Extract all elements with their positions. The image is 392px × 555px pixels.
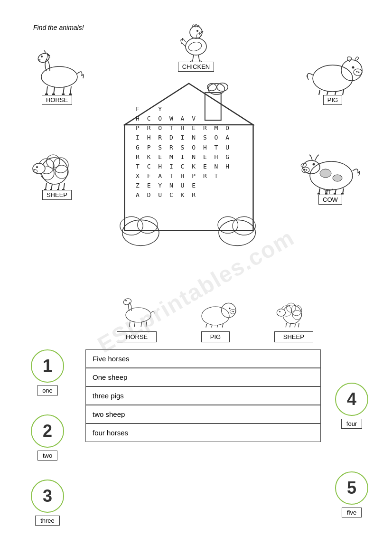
svg-line-96 [206,324,206,328]
svg-point-14 [41,56,43,57]
svg-line-89 [146,321,147,327]
svg-line-97 [212,325,212,328]
number-four-label: four [341,419,362,429]
sentence-row-1: Five horses [85,349,321,368]
svg-point-58 [306,169,308,171]
svg-line-7 [198,55,199,60]
number-5-item: 5 five [335,471,368,517]
number-3-item: 3 three [31,480,64,526]
sentence-row-4: two sheep [85,405,321,423]
bottom-horse-card: HORSE [100,294,174,342]
bottom-sheep-label: SHEEP [274,331,313,342]
svg-point-75 [217,83,228,91]
find-animals-text: Find the animals! [33,24,84,31]
sentence-row-3: three pigs [85,386,321,405]
svg-point-82 [233,216,255,235]
svg-point-31 [36,166,38,168]
chicken-label: CHICKEN [178,62,215,72]
horse-area: HORSE [28,47,85,105]
horse-label: HORSE [42,95,72,105]
svg-line-86 [130,321,130,327]
number-3-circle: 3 [31,480,64,513]
svg-line-63 [319,188,320,194]
svg-line-16 [47,86,47,94]
svg-line-51 [343,90,344,95]
bottom-section: HORSE PIG [9,294,383,555]
svg-point-47 [352,66,355,69]
svg-point-46 [358,72,360,73]
svg-line-17 [54,87,55,94]
bottom-sheep-image [272,294,315,328]
svg-line-36 [58,184,59,189]
sheep-area: SHEEP [28,142,85,200]
svg-point-78 [120,216,143,235]
svg-line-6 [193,55,194,60]
number-1-circle: 1 [31,349,64,383]
wordsearch-area: F Y H C O W A V P R O T H E R M D I H R … [118,76,260,258]
svg-point-54 [333,175,342,181]
cow-area: COW [297,142,364,205]
wordsearch-grid: F Y H C O W A V P R O T H E R M D I H R … [136,104,231,200]
svg-point-52 [310,161,353,190]
svg-line-48 [319,90,320,95]
svg-point-59 [313,163,315,166]
bottom-horse-image [115,294,158,328]
svg-line-108 [289,324,290,328]
top-section: Find the animals! [9,9,383,294]
svg-point-45 [356,71,358,73]
svg-point-92 [230,310,235,314]
pig-area: PIG [302,47,364,105]
svg-line-49 [327,91,328,95]
pig-image [302,47,364,95]
svg-line-109 [295,324,295,328]
bottom-pig-label: PIG [201,331,230,342]
svg-point-44 [354,69,362,75]
number-three-label: three [35,516,60,526]
number-1-item: 1 one [31,349,64,395]
number-one-label: one [37,386,58,395]
svg-line-87 [134,322,135,327]
svg-point-93 [232,311,233,312]
svg-point-12 [41,66,77,87]
svg-line-19 [70,86,71,94]
svg-point-5 [187,41,203,53]
page: Find the animals! [0,0,392,555]
sentence-row-5: four horses [85,423,321,442]
svg-line-99 [222,324,223,328]
svg-point-53 [320,169,331,178]
svg-point-57 [304,169,306,170]
svg-point-95 [229,308,230,309]
cow-image [297,142,364,195]
svg-line-107 [286,323,286,327]
svg-point-100 [283,305,301,323]
bottom-sheep-card: SHEEP [257,294,330,342]
svg-line-37 [64,183,65,189]
number-5-circle: 5 [335,471,368,505]
svg-point-43 [341,60,362,81]
svg-point-83 [126,308,151,322]
svg-line-65 [335,189,336,194]
number-two-label: two [37,451,57,461]
svg-point-24 [41,158,68,184]
sentence-row-2: One sheep [85,368,321,386]
svg-line-110 [299,323,299,327]
svg-point-90 [202,307,229,325]
sheep-label: SHEEP [42,190,72,200]
svg-point-42 [313,65,353,92]
svg-marker-2 [199,31,203,34]
sheep-image [28,142,85,190]
cow-label: COW [318,195,342,205]
bottom-pig-image [194,294,237,328]
number-2-circle: 2 [31,414,64,448]
svg-point-106 [279,311,280,312]
number-five-label: five [342,508,362,517]
bottom-pig-card: PIG [183,294,247,342]
svg-point-77 [122,220,159,245]
svg-point-85 [125,300,127,301]
pig-label: PIG [323,95,342,105]
svg-point-91 [221,303,235,317]
chicken-area: CHICKEN [177,14,215,72]
svg-point-33 [34,169,35,170]
svg-point-105 [277,309,285,316]
svg-line-88 [141,322,141,327]
